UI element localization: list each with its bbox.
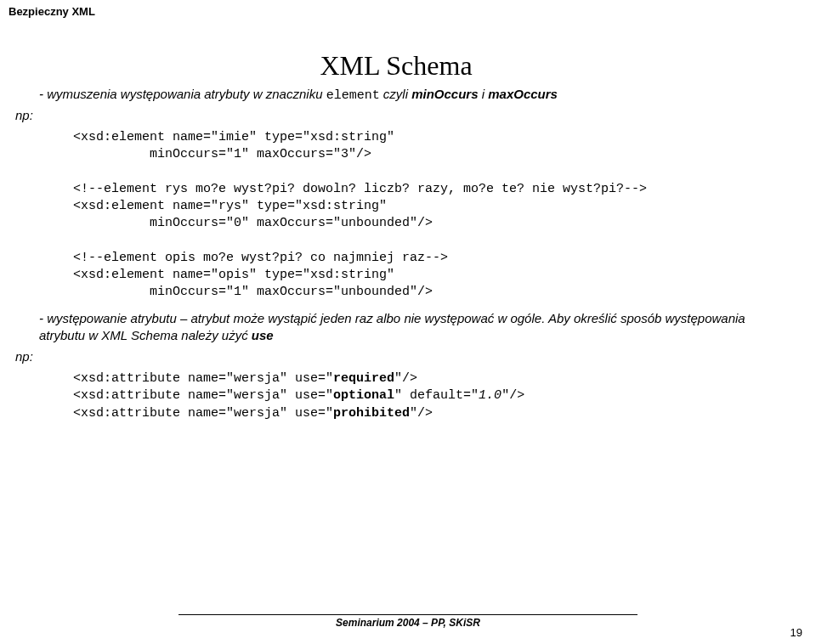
- bullet-2: - występowanie atrybutu – atrybut może w…: [39, 310, 777, 345]
- slide-content: - wymuszenia występowania atrybuty w zna…: [39, 87, 777, 422]
- slide-page: Bezpieczny XML XML Schema - wymuszenia w…: [0, 0, 816, 644]
- code2-optional: optional: [333, 388, 394, 403]
- code2-l2a: <xsd:attribute name="wersja" use=": [73, 388, 333, 403]
- bullet-1-code: element: [326, 88, 380, 103]
- footer-text: Seminarium 2004 – PP, SKiSR: [0, 617, 816, 629]
- code2-l3a: <xsd:attribute name="wersja" use=": [73, 406, 333, 421]
- code1-line1: <xsd:element name="imie" type="xsd:strin…: [73, 130, 394, 144]
- code1-line4: <xsd:element name="rys" type="xsd:string…: [73, 199, 387, 213]
- np-label-2: np:: [15, 349, 777, 364]
- code1-line7: <xsd:element name="opis" type="xsd:strin…: [73, 268, 394, 282]
- bullet-1: - wymuszenia występowania atrybuty w zna…: [39, 87, 777, 103]
- code1-line8: minOccurs="1" maxOccurs="unbounded"/>: [73, 285, 433, 299]
- bullet-1-and: i: [479, 87, 489, 101]
- bullet-2-text: - występowanie atrybutu – atrybut może w…: [39, 311, 745, 342]
- bullet-1-text-b: czyli: [380, 87, 412, 101]
- bullet-1-minoccurs: minOccurs: [411, 87, 478, 101]
- code1-comment1: <!--element rys mo?e wyst?pi? dowoln? li…: [73, 182, 647, 196]
- bullet-1-text-a: - wymuszenia występowania atrybuty w zna…: [39, 87, 326, 101]
- code2-l2c: "/>: [502, 388, 524, 403]
- slide-footer: Seminarium 2004 – PP, SKiSR: [0, 614, 816, 629]
- code2-l1a: <xsd:attribute name="wersja" use=": [73, 371, 333, 386]
- bullet-2-use: use: [252, 328, 274, 342]
- np-label-1: np:: [15, 108, 777, 122]
- code-block-1: <xsd:element name="imie" type="xsd:strin…: [73, 129, 777, 302]
- code2-l3b: "/>: [410, 406, 433, 421]
- code2-required: required: [333, 371, 394, 386]
- code2-prohibited: prohibited: [333, 406, 410, 421]
- code1-comment2: <!--element opis mo?e wyst?pi? co najmni…: [73, 251, 448, 265]
- slide-title: XML Schema: [7, 50, 785, 82]
- code2-l2b: " default=": [394, 388, 479, 403]
- page-number: 19: [790, 626, 802, 639]
- bullet-1-maxoccurs: maxOccurs: [488, 87, 558, 101]
- document-header: Bezpieczny XML: [8, 5, 785, 18]
- code2-l1b: "/>: [394, 371, 417, 386]
- code-block-2: <xsd:attribute name="wersja" use="requir…: [73, 370, 777, 422]
- code2-default-val: 1.0: [479, 388, 502, 403]
- code1-line2: minOccurs="1" maxOccurs="3"/>: [73, 147, 371, 161]
- code1-line5: minOccurs="0" maxOccurs="unbounded"/>: [73, 216, 433, 230]
- footer-divider: [178, 614, 638, 615]
